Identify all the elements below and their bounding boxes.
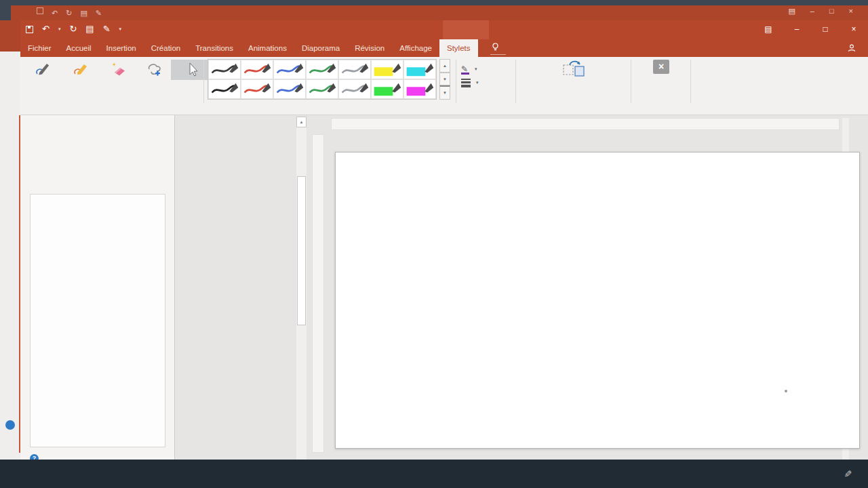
slideshow-icon: ▤ xyxy=(80,7,87,18)
ribbon-tab-affichage[interactable]: Affichage xyxy=(392,39,439,57)
recovered-files-list xyxy=(30,194,165,447)
titlebar: ↶▾ ↻ ▤ ✎▾ ▤ – □ × xyxy=(20,20,868,39)
touch-mode-icon[interactable]: ✎ xyxy=(103,24,111,35)
window-controls: ▤ – □ × xyxy=(754,20,868,38)
system-tray: ✎ xyxy=(844,460,861,488)
surligneur-button[interactable] xyxy=(60,60,100,80)
gallery-up-icon[interactable]: ▲ xyxy=(439,59,450,73)
cursor-arrow-icon xyxy=(183,61,199,79)
ribbon-tab-diaporama[interactable]: Diaporama xyxy=(294,39,347,57)
convert-to-shapes-icon xyxy=(561,58,586,79)
pen-stroke-icon xyxy=(307,81,337,98)
ribbon-tab-insertion[interactable]: Insertion xyxy=(99,39,144,57)
powerpoint-window: ↶▾ ↻ ▤ ✎▾ ▤ – □ × FichierAccueilInsertio… xyxy=(20,20,868,460)
gallery-more-icon[interactable]: ▼ xyxy=(439,85,450,100)
pen-style-gris-epais[interactable] xyxy=(338,79,371,99)
undo-icon[interactable]: ↶ xyxy=(42,24,50,35)
minimize-icon[interactable]: – xyxy=(810,7,814,16)
redo-icon[interactable]: ↻ xyxy=(69,24,77,35)
stylet-button[interactable] xyxy=(24,60,60,80)
pen-stroke-icon xyxy=(242,81,272,98)
gallery-scroll-buttons: ▲ ▼ ▼ xyxy=(439,59,450,100)
group-separator xyxy=(515,60,516,103)
tell-me-box[interactable] xyxy=(490,41,506,55)
pen-style-bleu[interactable] xyxy=(273,60,306,79)
selectionner-objets-button[interactable] xyxy=(171,60,212,80)
pen-style-rouge[interactable] xyxy=(241,60,273,79)
pen-style-vert[interactable] xyxy=(306,60,338,79)
pen-color-icon: ✎ xyxy=(461,66,468,73)
slide-canvas[interactable] xyxy=(335,152,860,449)
ribbon-tab-animations[interactable]: Animations xyxy=(241,39,294,57)
group-separator xyxy=(456,60,456,103)
slideshow-icon[interactable]: ▤ xyxy=(85,24,94,35)
touch-mode-icon: ✎ xyxy=(96,7,102,18)
ribbon-tab-row: FichierAccueilInsertionCréationTransitio… xyxy=(20,39,868,57)
eraser-icon: ✦ xyxy=(110,61,126,79)
account-area xyxy=(840,39,864,57)
pen-style-vert-fluo[interactable] xyxy=(371,79,403,99)
selection-lasso-button[interactable] xyxy=(136,60,171,80)
minimize-icon[interactable]: – xyxy=(783,20,811,38)
group-ecriture: ✦ xyxy=(24,60,212,80)
undo-icon: ↶ xyxy=(52,7,58,18)
restore-icon[interactable]: □ xyxy=(829,7,834,16)
close-icon[interactable]: × xyxy=(849,7,853,16)
ink-tools-context-tab[interactable] xyxy=(443,20,489,39)
pen-stroke-icon xyxy=(405,81,435,98)
gallery-down-icon[interactable]: ▼ xyxy=(439,73,450,86)
arreter-saisie-button[interactable]: × xyxy=(635,58,688,76)
color-swatch xyxy=(461,73,469,75)
background-ribbon-edge xyxy=(0,20,20,52)
pen-stroke-icon xyxy=(340,62,370,78)
gomme-button[interactable]: ✦ xyxy=(100,60,136,80)
ribbon-tab-stylets[interactable]: Stylets xyxy=(439,39,478,57)
pen-style-noir[interactable] xyxy=(208,60,241,79)
thumbnail-scrollbar[interactable]: ▲ xyxy=(296,117,307,460)
undo-dropdown-icon[interactable]: ▾ xyxy=(58,24,61,35)
pen-style-jaune[interactable] xyxy=(371,60,403,79)
qa-customize-icon[interactable]: ▾ xyxy=(119,24,122,35)
ribbon-tab-transitions[interactable]: Transitions xyxy=(188,39,241,57)
close-icon[interactable]: × xyxy=(840,20,868,38)
scroll-up-icon[interactable]: ▲ xyxy=(296,117,307,127)
ribbon-tab-accueil[interactable]: Accueil xyxy=(59,39,99,57)
pen-stroke-icon xyxy=(307,62,337,78)
pen-stroke-icon xyxy=(242,62,272,78)
epaisseur-dropdown[interactable]: ▾ xyxy=(461,76,514,89)
main-area: ▲ xyxy=(20,115,868,460)
help-icon xyxy=(5,420,15,430)
pen-stroke-icon xyxy=(275,62,304,78)
pen-stroke-icon xyxy=(372,62,402,78)
pen-tray-icon[interactable]: ✎ xyxy=(842,470,853,478)
ribbon-options-icon[interactable]: ▤ xyxy=(788,7,795,16)
background-window-controls: ▤ – □ × xyxy=(788,7,853,16)
redo-icon: ↻ xyxy=(66,7,72,18)
pen-style-rouge-epais[interactable] xyxy=(241,79,273,99)
svg-text:✦: ✦ xyxy=(112,62,117,68)
lasso-icon xyxy=(144,61,162,79)
pen-style-bleu-epais[interactable] xyxy=(273,79,306,99)
ribbon-tab-creation[interactable]: Création xyxy=(144,39,188,57)
ribbon-tab-fichier[interactable]: Fichier xyxy=(20,39,59,57)
pen-style-vert-epais[interactable] xyxy=(306,79,338,99)
ribbon-options-icon[interactable]: ▤ xyxy=(754,20,783,38)
scrollbar-thumb[interactable] xyxy=(297,176,306,325)
background-quick-access-toolbar: ↶ ↻ ▤ ✎ xyxy=(37,7,102,18)
ribbon-tab-revision[interactable]: Révision xyxy=(347,39,392,57)
question-paragraph xyxy=(348,161,843,178)
group-pen-format: ✎ ▾ ▾ xyxy=(461,62,514,89)
pen-style-magenta[interactable] xyxy=(403,79,436,99)
ribbon: ✦ xyxy=(20,57,868,115)
save-icon[interactable] xyxy=(26,26,33,33)
couleur-dropdown[interactable]: ✎ ▾ xyxy=(461,62,514,76)
pen-stroke-icon xyxy=(210,81,239,98)
pen-stroke-icon xyxy=(210,62,239,78)
ink-dot xyxy=(785,390,787,392)
pen-style-noir-epais[interactable] xyxy=(208,79,241,99)
pen-style-cyan[interactable] xyxy=(403,60,436,79)
restore-icon[interactable]: □ xyxy=(811,20,840,38)
convertir-en-formes-button[interactable] xyxy=(519,58,628,83)
pen-style-gris[interactable] xyxy=(338,60,371,79)
document-recovery-pane xyxy=(20,115,175,460)
